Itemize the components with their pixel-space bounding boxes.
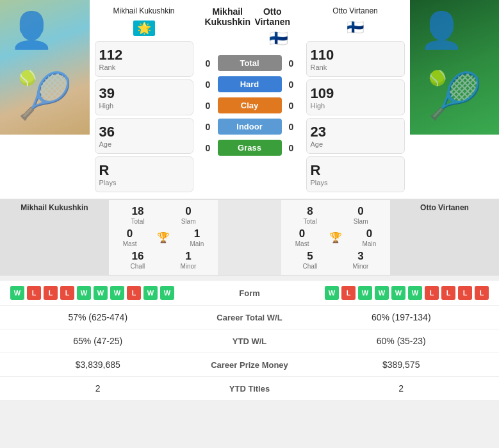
ytd-wl-label: YTD W/L xyxy=(186,336,314,346)
top-section: 🎾 👤 Mikhail Kukushkin 🌟 112 Rank 39 High… xyxy=(0,0,499,200)
ytd-wl-left: 65% (47-25) xyxy=(10,336,186,346)
left-plays-card: R Plays xyxy=(95,156,193,192)
grass-score-left: 0 xyxy=(199,143,218,153)
career-wl-left: 57% (625-474) xyxy=(10,312,186,322)
prize-right: $389,575 xyxy=(314,360,489,370)
total-btn[interactable]: Total xyxy=(218,55,282,71)
right-minor-val: 3 xyxy=(352,250,368,263)
clay-btn[interactable]: Clay xyxy=(218,97,282,113)
indoor-score-left: 0 xyxy=(199,122,218,132)
left-high-value: 39 xyxy=(99,85,189,102)
right-flag-col: 🇫🇮 xyxy=(306,17,405,38)
ytd-wl-right: 60% (35-23) xyxy=(314,336,489,346)
form-badge-l: L xyxy=(441,286,455,300)
form-badge-l: L xyxy=(60,286,74,300)
left-name-bottom: Mikhail Kukushkin xyxy=(0,200,109,275)
right-player-photo: 🎾 👤 xyxy=(410,0,500,135)
right-high-label: High xyxy=(311,102,400,110)
left-total-val: 18 xyxy=(131,205,145,218)
form-badge-l: L xyxy=(27,286,41,300)
left-chall-lbl: Chall xyxy=(131,263,145,270)
left-player-photo: 🎾 👤 xyxy=(0,0,90,135)
right-main-lbl: Main xyxy=(363,240,377,247)
left-rank-value: 112 xyxy=(99,47,189,63)
right-age-label: Age xyxy=(311,140,400,148)
ytd-wl-row: 65% (47-25) YTD W/L 60% (35-23) xyxy=(0,329,499,353)
center-right-name: Otto Virtanen xyxy=(250,6,294,27)
left-plays-label: Plays xyxy=(99,179,189,187)
left-flag: 🌟 xyxy=(95,17,193,38)
left-rank-label: Rank xyxy=(99,63,189,71)
form-badge-l: L xyxy=(458,286,472,300)
form-badge-l: L xyxy=(341,286,356,300)
name-row: Mikhail Kukushkin 18 Total 0 Slam 0 Mast xyxy=(0,200,499,276)
right-mast-lbl: Mast xyxy=(295,240,309,247)
left-plays-value: R xyxy=(99,162,189,179)
right-plays-label: Plays xyxy=(311,179,400,187)
hard-btn[interactable]: Hard xyxy=(218,76,282,92)
grass-score-right: 0 xyxy=(282,143,301,153)
prize-row: $3,839,685 Career Prize Money $389,575 xyxy=(0,353,499,377)
left-total-lbl: Total xyxy=(131,218,145,225)
left-high-label: High xyxy=(99,102,189,110)
right-age-value: 23 xyxy=(311,124,400,140)
form-row: WLLLWWWLWW Form WLWWWWLLLL xyxy=(0,281,499,306)
career-wl-label: Career Total W/L xyxy=(186,313,314,322)
center-col: Mikhail Kukushkin Otto Virtanen 🇫🇮 0 Tot… xyxy=(199,0,301,199)
form-badge-w: W xyxy=(110,286,124,300)
left-age-label: Age xyxy=(99,140,189,148)
form-badge-w: W xyxy=(160,286,174,300)
right-player-name: Otto Virtanen xyxy=(306,4,405,17)
form-badge-w: W xyxy=(143,286,158,300)
right-high-card: 109 High xyxy=(306,79,405,115)
surface-indoor-row: 0 Indoor 0 xyxy=(199,119,301,135)
titles-left: 2 xyxy=(10,383,186,394)
main-container: 🎾 👤 Mikhail Kukushkin 🌟 112 Rank 39 High… xyxy=(0,0,499,401)
left-mast-lbl: Mast xyxy=(123,240,137,247)
left-trophy-icon: 🏆 xyxy=(157,231,170,244)
clay-score-left: 0 xyxy=(199,101,218,111)
form-label: Form xyxy=(205,288,295,298)
form-badge-l: L xyxy=(44,286,58,300)
left-minor-val: 1 xyxy=(180,250,196,263)
right-age-card: 23 Age xyxy=(306,118,405,154)
left-player-info: Mikhail Kukushkin 🌟 112 Rank 39 High 36 … xyxy=(90,0,199,199)
grass-btn[interactable]: Grass xyxy=(218,140,282,156)
total-score-left: 0 xyxy=(199,58,218,69)
right-trophy-icon: 🏆 xyxy=(329,231,342,244)
right-chall-lbl: Chall xyxy=(303,263,318,270)
right-plays-value: R xyxy=(311,162,400,179)
form-badge-l: L xyxy=(425,286,439,300)
surface-total-row: 0 Total 0 xyxy=(199,55,301,71)
right-mini-stats: 8 Total 0 Slam 0 Mast 🏆 0 Main xyxy=(281,200,390,275)
prize-left: $3,839,685 xyxy=(10,360,186,370)
right-rank-card: 110 Rank xyxy=(306,41,405,77)
form-badge-w: W xyxy=(391,286,405,300)
form-badge-w: W xyxy=(94,286,108,300)
right-slam-lbl: Slam xyxy=(354,218,368,225)
left-main-val: 1 xyxy=(190,228,204,240)
titles-right: 2 xyxy=(314,383,489,394)
right-rank-value: 110 xyxy=(311,47,400,63)
left-chall-val: 16 xyxy=(131,250,145,263)
form-badge-w: W xyxy=(325,286,339,300)
indoor-btn[interactable]: Indoor xyxy=(218,119,282,135)
form-badges-left: WLLLWWWLWW xyxy=(10,286,205,300)
left-high-card: 39 High xyxy=(95,79,193,115)
form-badge-l: L xyxy=(475,286,489,300)
right-total-lbl: Total xyxy=(304,218,317,225)
form-badge-w: W xyxy=(408,286,422,300)
surface-hard-row: 0 Hard 0 xyxy=(199,76,301,92)
right-player-info: Otto Virtanen 🇫🇮 110 Rank 109 High 23 Ag… xyxy=(301,0,410,199)
hard-score-left: 0 xyxy=(199,79,218,90)
surface-grass-row: 0 Grass 0 xyxy=(199,140,301,156)
form-badge-l: L xyxy=(127,286,141,300)
right-high-value: 109 xyxy=(311,85,400,102)
right-chall-val: 5 xyxy=(303,250,318,263)
total-score-right: 0 xyxy=(282,58,301,69)
left-mini-stats: 18 Total 0 Slam 0 Mast 🏆 1 Main xyxy=(109,200,218,275)
right-main-val: 0 xyxy=(363,228,377,240)
right-total-val: 8 xyxy=(304,205,317,218)
form-badge-w: W xyxy=(10,286,24,300)
center-left-name: Mikhail Kukushkin xyxy=(205,6,251,27)
